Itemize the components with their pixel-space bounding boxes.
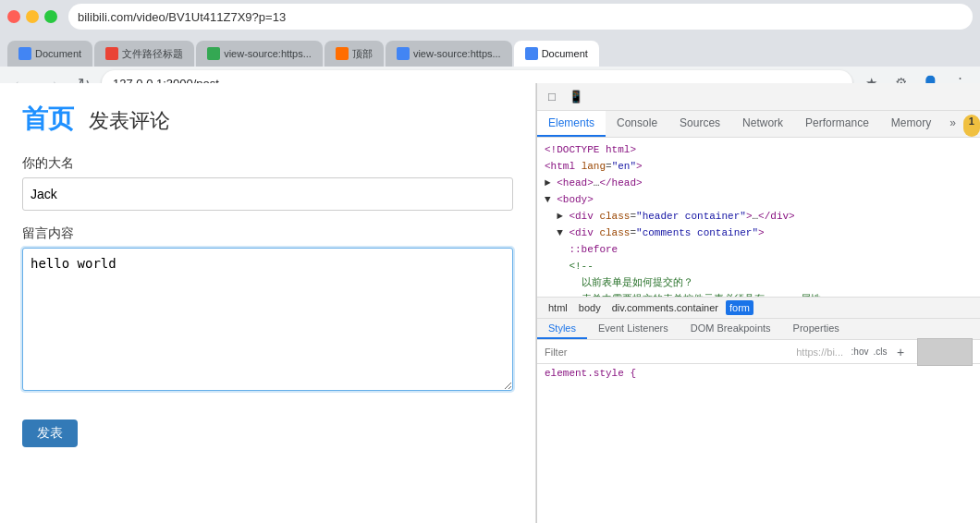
main-area: 首页 发表评论 你的大名 留言内容 发表 □ 📱 Elements Consol… bbox=[0, 83, 980, 523]
tab-favicon-active bbox=[525, 47, 538, 60]
devtools-panel: □ 📱 Elements Console Sources Network Per… bbox=[536, 83, 980, 523]
filter-hint: https://bi... bbox=[796, 347, 843, 358]
tab-2[interactable]: 文件路径标题 bbox=[94, 41, 194, 67]
tab-label-2: 文件路径标题 bbox=[122, 47, 183, 61]
breadcrumb-html[interactable]: html bbox=[545, 300, 571, 315]
hover-button[interactable]: :hov bbox=[851, 343, 869, 361]
tab-document-1[interactable]: Document bbox=[7, 41, 92, 67]
breadcrumb-div[interactable]: div.comments.container bbox=[608, 300, 722, 315]
breadcrumb-bar: html body div.comments.container form bbox=[537, 297, 980, 319]
window-controls bbox=[7, 10, 57, 23]
content-label: 留言内容 bbox=[22, 225, 513, 242]
html-line-doctype[interactable]: <!DOCTYPE html> bbox=[537, 141, 980, 158]
breadcrumb-body[interactable]: body bbox=[575, 300, 605, 315]
tab-bar: Document 文件路径标题 view-source:https... 顶部 … bbox=[0, 33, 980, 67]
content-form-group: 留言内容 bbox=[22, 225, 513, 394]
devtools-toolbar: □ 📱 bbox=[537, 83, 980, 111]
bottom-tab-styles[interactable]: Styles bbox=[537, 319, 587, 339]
tab-favicon-1 bbox=[18, 47, 31, 60]
name-input[interactable] bbox=[22, 177, 513, 211]
devtools-tab-bar: Elements Console Sources Network Perform… bbox=[537, 111, 980, 138]
close-button[interactable] bbox=[7, 10, 20, 23]
bottom-tab-event-listeners[interactable]: Event Listeners bbox=[587, 319, 680, 339]
tab-performance[interactable]: Performance bbox=[794, 111, 880, 137]
tab-document-active[interactable]: Document bbox=[514, 41, 599, 67]
html-line-html[interactable]: <html lang="en"> bbox=[537, 158, 980, 175]
maximize-button[interactable] bbox=[44, 10, 57, 23]
page-title-main: 首页 bbox=[22, 104, 74, 133]
more-tabs-button[interactable]: » bbox=[942, 111, 963, 137]
tab-favicon-5 bbox=[397, 47, 410, 60]
breadcrumb-form[interactable]: form bbox=[726, 300, 753, 315]
filter-input[interactable] bbox=[545, 347, 789, 358]
submit-button[interactable]: 发表 bbox=[22, 420, 78, 447]
title-bar: bilibili.com/video/BV1Ut411Z7X9?p=13 bbox=[0, 0, 980, 33]
page-subtitle: 发表评论 bbox=[89, 109, 170, 132]
tab-label-3: view-source:https... bbox=[224, 48, 312, 59]
name-label: 你的大名 bbox=[22, 155, 513, 172]
tab-label-active: Document bbox=[542, 48, 588, 59]
html-line-header-div[interactable]: ► <div class="header container">…</div> bbox=[537, 208, 980, 225]
content-textarea[interactable] bbox=[22, 248, 513, 391]
tab-favicon-4 bbox=[336, 47, 349, 60]
title-bar-url: bilibili.com/video/BV1Ut411Z7X9?p=13 bbox=[78, 10, 286, 24]
select-element-icon[interactable]: □ bbox=[541, 86, 563, 108]
tab-3[interactable]: view-source:https... bbox=[196, 41, 323, 67]
html-line-comments-div[interactable]: ▼ <div class="comments container"> bbox=[537, 225, 980, 241]
html-line-comment-1[interactable]: 以前表单是如何提交的？ bbox=[537, 274, 980, 291]
bottom-tab-dom-breakpoints[interactable]: DOM Breakpoints bbox=[680, 319, 782, 339]
name-form-group: 你的大名 bbox=[22, 155, 513, 211]
html-tree[interactable]: <!DOCTYPE html> <html lang="en"> ► <head… bbox=[537, 138, 980, 297]
style-rule-element: element.style { bbox=[545, 368, 973, 379]
devtools-bottom-tabs: Styles Event Listeners DOM Breakpoints P… bbox=[537, 319, 980, 340]
tab-favicon-2 bbox=[105, 47, 118, 60]
html-line-comment-open[interactable]: <!-- bbox=[537, 258, 980, 274]
color-preview bbox=[917, 338, 973, 366]
tab-sources[interactable]: Sources bbox=[668, 111, 731, 137]
bottom-tab-properties[interactable]: Properties bbox=[782, 319, 851, 339]
add-style-button[interactable]: + bbox=[891, 343, 910, 361]
styles-content: element.style { bbox=[537, 364, 980, 523]
tab-favicon-3 bbox=[207, 47, 220, 60]
html-line-body[interactable]: ▼ <body> bbox=[537, 191, 980, 208]
warning-badge: 1 bbox=[963, 115, 980, 137]
filter-bar: https://bi... :hov .cls + bbox=[537, 340, 980, 364]
html-line-before[interactable]: ::before bbox=[537, 241, 980, 258]
device-toggle-icon[interactable]: 📱 bbox=[565, 86, 587, 108]
tab-elements[interactable]: Elements bbox=[537, 111, 606, 137]
minimize-button[interactable] bbox=[26, 10, 39, 23]
tab-label-1: Document bbox=[35, 48, 81, 59]
style-element-selector: element.style { bbox=[545, 368, 636, 379]
page-title: 首页 发表评论 bbox=[22, 102, 513, 137]
tab-label-5: view-source:https... bbox=[413, 48, 501, 59]
page-content: 首页 发表评论 你的大名 留言内容 发表 bbox=[0, 83, 536, 523]
cls-button[interactable]: .cls bbox=[871, 343, 889, 361]
tab-label-4: 顶部 bbox=[352, 47, 373, 61]
tab-5[interactable]: view-source:https... bbox=[386, 41, 512, 67]
tab-console[interactable]: Console bbox=[606, 111, 668, 137]
tab-network[interactable]: Network bbox=[731, 111, 794, 137]
html-line-head[interactable]: ► <head>…</head> bbox=[537, 175, 980, 191]
tab-4[interactable]: 顶部 bbox=[325, 41, 384, 67]
filter-icons: :hov .cls + bbox=[851, 343, 910, 361]
tab-memory[interactable]: Memory bbox=[880, 111, 942, 137]
